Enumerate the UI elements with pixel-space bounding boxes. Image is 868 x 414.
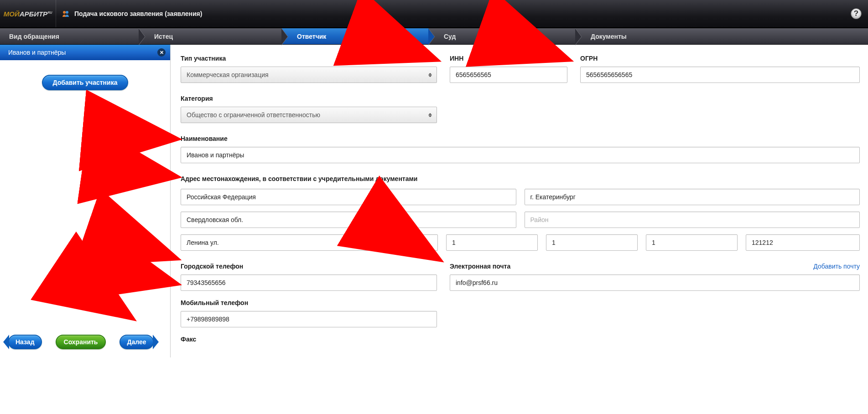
save-button[interactable]: Сохранить [56, 335, 106, 349]
sidebar: Иванов и партнёры ✕ Добавить участника Н… [0, 45, 171, 357]
label-inn: ИНН [450, 55, 567, 62]
step-label: Ответчик [297, 33, 326, 40]
step-label: Вид обращения [9, 33, 59, 40]
district-field[interactable] [525, 212, 860, 228]
logo-part-2: АРБИТР [20, 10, 47, 18]
svg-marker-3 [281, 28, 288, 45]
add-email-link[interactable]: Добавить почту [813, 263, 860, 270]
step-label: Суд [444, 33, 456, 40]
close-icon[interactable]: ✕ [157, 48, 166, 57]
category-select[interactable]: Общество с ограниченной ответственностью [181, 107, 437, 123]
select-value: Общество с ограниченной ответственностью [187, 111, 320, 119]
app-header: МОЙАРБИТРRU Подача искового заявления (з… [0, 0, 868, 28]
step-label: Документы [591, 33, 627, 40]
step-otvetchik[interactable]: Ответчик [281, 28, 428, 44]
back-button[interactable]: Назад [8, 335, 42, 349]
participant-name: Иванов и партнёры [8, 49, 66, 56]
logo: МОЙАРБИТРRU [0, 10, 56, 18]
type-select[interactable]: Коммерческая организация [181, 67, 437, 83]
inn-field[interactable] [450, 67, 567, 83]
country-field[interactable] [181, 189, 516, 205]
email-field[interactable] [450, 274, 860, 291]
next-button[interactable]: Далее [120, 335, 153, 349]
step-istec[interactable]: Истец [139, 28, 281, 44]
wizard-steps: Вид обращения Истец Ответчик Суд Докумен… [0, 28, 868, 45]
form-area: Тип участника Коммерческая организация И… [171, 45, 868, 357]
step-sud[interactable]: Суд [428, 28, 575, 44]
svg-marker-5 [575, 28, 582, 45]
button-label: Далее [127, 338, 146, 346]
label-address: Адрес местонахождения, в соответствии с … [181, 175, 860, 182]
office-field[interactable] [646, 234, 738, 251]
label-mobile: Мобильный телефон [181, 299, 437, 306]
page-title: Подача искового заявления (заявления) [74, 10, 202, 17]
label-name: Наименование [181, 135, 860, 142]
city-field[interactable] [525, 189, 860, 205]
add-participant-button[interactable]: Добавить участника [42, 75, 129, 90]
label-fax: Факс [181, 336, 437, 343]
step-vid-obrasheniya[interactable]: Вид обращения [0, 28, 139, 44]
button-label: Сохранить [64, 338, 98, 346]
button-label: Добавить участника [53, 79, 118, 86]
label-ogrn: ОГРН [580, 55, 860, 62]
label-tip-uchastnika: Тип участника [181, 55, 437, 62]
svg-point-0 [63, 11, 66, 14]
chevron-up-down-icon [428, 72, 432, 78]
building-field[interactable] [546, 234, 638, 251]
name-field[interactable] [181, 147, 860, 163]
label-email: Электронная почта [450, 263, 510, 270]
chevron-up-down-icon [428, 112, 432, 118]
svg-marker-2 [139, 28, 145, 45]
help-icon[interactable]: ? [851, 8, 862, 19]
svg-marker-4 [428, 28, 435, 45]
region-field[interactable] [181, 212, 516, 228]
select-value: Коммерческая организация [187, 71, 269, 78]
mobile-phone-field[interactable] [181, 311, 437, 327]
logo-part-1: МОЙ [4, 10, 20, 18]
svg-point-1 [66, 11, 68, 14]
ogrn-field[interactable] [580, 67, 860, 83]
label-city-phone: Городской телефон [181, 263, 437, 270]
sidebar-item-active-participant[interactable]: Иванов и партнёры ✕ [0, 45, 170, 60]
people-icon [62, 10, 70, 18]
house-field[interactable] [446, 234, 538, 251]
logo-sup: RU [47, 11, 52, 14]
step-documents[interactable]: Документы [575, 28, 868, 44]
step-label: Истец [154, 33, 173, 40]
street-field[interactable] [181, 234, 438, 251]
postcode-field[interactable] [746, 234, 860, 251]
button-label: Назад [16, 338, 35, 346]
city-phone-field[interactable] [181, 274, 437, 291]
label-category: Категория [181, 95, 437, 102]
